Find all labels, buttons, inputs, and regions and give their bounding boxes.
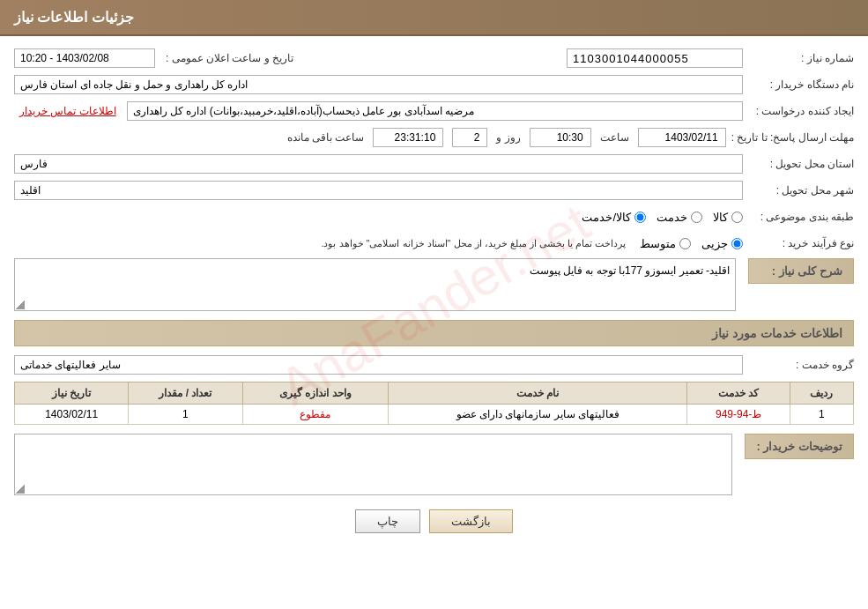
need-desc-value: اقلید- تعمیر ایسوزو 177با توجه به فایل پ… (14, 258, 736, 311)
need-desc-row: شرح کلی نیاز : اقلید- تعمیر ایسوزو 177با… (14, 258, 854, 311)
deadline-days: 2 (452, 128, 487, 147)
deadline-remaining: 23:31:10 (373, 128, 443, 147)
category-radio-khedmat[interactable] (691, 212, 702, 223)
purchase-type-option-motevaset: متوسط (640, 237, 691, 250)
creator-value: مرضیه اسدآبادی بور عامل ذیحساب(آباده،اقل… (127, 101, 743, 121)
deadline-time: 10:30 (530, 128, 591, 147)
buyer-desc-value (14, 434, 732, 495)
col-header-code: کد خدمت (687, 382, 790, 405)
creator-label: ایجاد کننده درخواست : (748, 105, 854, 117)
print-button[interactable]: چاپ (355, 509, 420, 533)
purchase-type-row: نوع فرآیند خرید : جزیی متوسط پرداخت تمام… (14, 232, 854, 255)
table-body: 1 ط-94-949 فعالیتهای سایر سازمانهای دارا… (15, 405, 854, 425)
service-group-label: گروه خدمت : (748, 359, 854, 371)
col-header-qty: تعداد / مقدار (129, 382, 242, 405)
province-label: استان محل تحویل : (748, 158, 854, 170)
category-radio-kala[interactable] (731, 212, 743, 223)
creator-contact-link[interactable]: اطلاعات تماس خریدار (14, 101, 122, 121)
page-wrapper: AnaFander.net جزئیات اطلاعات نیاز شماره … (0, 0, 868, 609)
cell-code: ط-94-949 (687, 405, 790, 425)
buyer-org-label: نام دستگاه خریدار : (748, 78, 854, 91)
city-label: شهر محل تحویل : (748, 184, 854, 197)
category-option-kala: کالا (713, 211, 743, 224)
page-header: جزئیات اطلاعات نیاز (0, 0, 868, 36)
cell-row: 1 (790, 405, 853, 425)
table-row: 1 ط-94-949 فعالیتهای سایر سازمانهای دارا… (15, 405, 854, 425)
col-header-unit: واحد اندازه گیری (242, 382, 389, 405)
purchase-type-option-jozee: جزیی (701, 237, 743, 250)
purchase-type-label-jozee: جزیی (701, 237, 728, 250)
need-number-row: شماره نیاز : 1103001044000055 تاریخ و سا… (14, 47, 854, 70)
purchase-type-radio-jozee[interactable] (731, 238, 743, 249)
category-option-kala-khedmat: کالا/خدمت (582, 211, 646, 224)
category-row: طبقه بندی موضوعی : کالا خدمت کالا/خدمت (14, 205, 854, 228)
cell-unit: مقطوع (242, 405, 389, 425)
category-radio-kala-khedmat[interactable] (634, 212, 646, 223)
creator-row: ایجاد کننده درخواست : مرضیه اسدآبادی بور… (14, 100, 854, 123)
purchase-type-label: نوع فرآیند خرید : (748, 237, 854, 249)
deadline-remaining-label: ساعت باقی مانده (287, 131, 365, 144)
category-label-khedmat: خدمت (657, 211, 687, 224)
buyer-desc-resize-handle (16, 485, 25, 494)
province-value: فارس (14, 154, 743, 174)
table-header: ردیف کد خدمت نام خدمت واحد اندازه گیری ت… (15, 382, 854, 405)
services-section-title: اطلاعات خدمات مورد نیاز (14, 320, 854, 346)
need-number-value: 1103001044000055 (567, 48, 743, 68)
category-option-khedmat: خدمت (657, 211, 702, 224)
resize-handle (16, 301, 25, 309)
deadline-label: مهلت ارسال پاسخ: تا تاریخ : (731, 131, 854, 144)
cell-qty: 1 (129, 405, 242, 425)
category-radio-group: کالا خدمت کالا/خدمت (582, 211, 743, 224)
category-label: طبقه بندی موضوعی : (748, 211, 854, 223)
buyer-org-value: اداره کل راهداری و حمل و نقل جاده ای است… (14, 75, 743, 94)
buyer-desc-section-title: توضیحات خریدار : (745, 434, 854, 459)
need-desc-section-title: شرح کلی نیاز : (748, 258, 854, 284)
city-row: شهر محل تحویل : اقلید (14, 179, 854, 202)
col-header-name: نام خدمت (389, 382, 687, 405)
table-header-row: ردیف کد خدمت نام خدمت واحد اندازه گیری ت… (15, 382, 854, 405)
purchase-type-radio-motevaset[interactable] (679, 238, 691, 249)
deadline-days-label: روز و (496, 131, 520, 144)
button-row: بازگشت چاپ (14, 509, 854, 533)
cell-date: 1403/02/11 (15, 405, 129, 425)
services-table: ردیف کد خدمت نام خدمت واحد اندازه گیری ت… (14, 382, 854, 425)
announce-label: تاریخ و ساعت اعلان عمومی : (166, 52, 293, 64)
city-value: اقلید (14, 181, 743, 200)
deadline-date: 1403/02/11 (638, 128, 726, 147)
col-header-row: ردیف (790, 382, 853, 405)
deadline-row: مهلت ارسال پاسخ: تا تاریخ : 1403/02/11 س… (14, 126, 854, 149)
announce-value: 1403/02/08 - 10:20 (14, 48, 155, 68)
service-group-row: گروه خدمت : سایر فعالیتهای خدماتی (14, 353, 854, 376)
back-button[interactable]: بازگشت (429, 509, 513, 533)
cell-name: فعالیتهای سایر سازمانهای دارای عضو (389, 405, 687, 425)
purchase-type-note: پرداخت تمام یا بخشی از مبلغ خرید، از محل… (321, 238, 626, 249)
main-content: شماره نیاز : 1103001044000055 تاریخ و سا… (0, 36, 868, 553)
category-label-kala: کالا (713, 211, 728, 224)
need-number-label: شماره نیاز : (748, 52, 854, 64)
col-header-date: تاریخ نیاز (15, 382, 129, 405)
buyer-org-row: نام دستگاه خریدار : اداره کل راهداری و ح… (14, 73, 854, 96)
purchase-type-radio-group: جزیی متوسط (640, 237, 743, 250)
province-row: استان محل تحویل : فارس (14, 152, 854, 175)
deadline-time-label: ساعت (600, 131, 629, 144)
buyer-desc-row: توضیحات خریدار : (14, 434, 854, 495)
category-label-kala-khedmat: کالا/خدمت (582, 211, 631, 224)
purchase-type-label-motevaset: متوسط (640, 237, 676, 250)
service-group-value: سایر فعالیتهای خدماتی (14, 355, 743, 375)
page-title: جزئیات اطلاعات نیاز (14, 10, 134, 25)
